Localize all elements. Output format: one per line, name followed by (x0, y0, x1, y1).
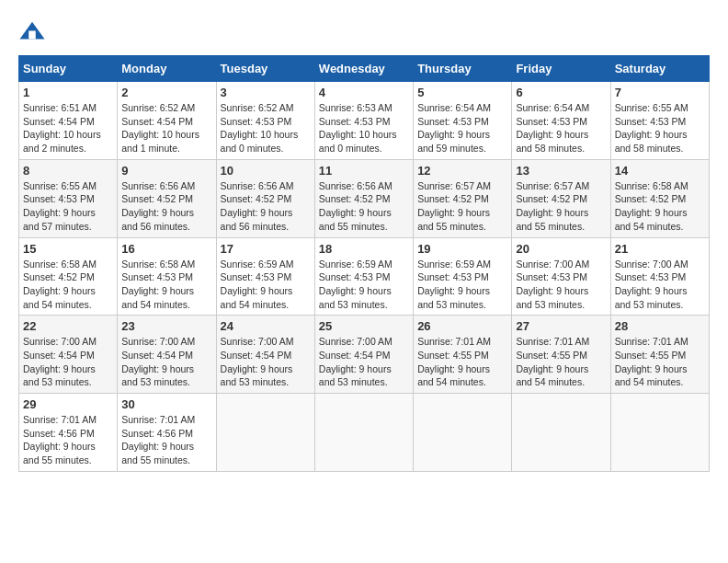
day-number: 13 (516, 164, 606, 178)
header-wednesday: Wednesday (314, 56, 413, 82)
day-info: Sunrise: 7:00 AM Sunset: 4:54 PM Dayligh… (319, 335, 409, 389)
day-number: 30 (121, 397, 211, 411)
header-monday: Monday (118, 56, 216, 82)
day-info: Sunrise: 7:00 AM Sunset: 4:54 PM Dayligh… (221, 335, 311, 389)
day-info: Sunrise: 6:51 AM Sunset: 4:54 PM Dayligh… (23, 101, 113, 155)
day-number: 7 (615, 86, 705, 99)
calendar-cell: 29 Sunrise: 7:01 AM Sunset: 4:56 PM Dayl… (19, 394, 118, 472)
calendar-cell: 26 Sunrise: 7:01 AM Sunset: 4:55 PM Dayl… (414, 316, 512, 394)
day-info: Sunrise: 6:57 AM Sunset: 4:52 PM Dayligh… (417, 179, 507, 234)
day-number: 11 (319, 164, 409, 178)
calendar-cell: 10 Sunrise: 6:56 AM Sunset: 4:52 PM Dayl… (216, 159, 314, 237)
calendar-cell: 7 Sunrise: 6:55 AM Sunset: 4:53 PM Dayli… (610, 82, 709, 160)
day-number: 29 (23, 397, 113, 411)
day-info: Sunrise: 7:01 AM Sunset: 4:56 PM Dayligh… (23, 413, 113, 467)
calendar-cell: 12 Sunrise: 6:57 AM Sunset: 4:52 PM Dayl… (414, 159, 512, 237)
calendar-cell: 6 Sunrise: 6:54 AM Sunset: 4:53 PM Dayli… (512, 82, 610, 160)
day-number: 27 (516, 319, 606, 333)
header-saturday: Saturday (610, 56, 709, 82)
day-info: Sunrise: 6:58 AM Sunset: 4:53 PM Dayligh… (121, 258, 211, 312)
day-number: 23 (121, 319, 211, 333)
day-info: Sunrise: 6:56 AM Sunset: 4:52 PM Dayligh… (221, 179, 311, 234)
calendar-cell: 5 Sunrise: 6:54 AM Sunset: 4:53 PM Dayli… (414, 82, 512, 160)
day-number: 28 (615, 319, 705, 333)
day-info: Sunrise: 6:59 AM Sunset: 4:53 PM Dayligh… (319, 258, 409, 312)
day-number: 25 (319, 319, 409, 333)
calendar-cell: 1 Sunrise: 6:51 AM Sunset: 4:54 PM Dayli… (19, 82, 118, 160)
day-number: 1 (23, 86, 113, 99)
day-number: 6 (516, 86, 606, 99)
day-info: Sunrise: 7:01 AM Sunset: 4:55 PM Dayligh… (417, 335, 507, 389)
day-number: 4 (319, 86, 409, 99)
calendar-cell: 11 Sunrise: 6:56 AM Sunset: 4:52 PM Dayl… (314, 159, 413, 237)
calendar-cell: 16 Sunrise: 6:58 AM Sunset: 4:53 PM Dayl… (118, 237, 216, 316)
calendar-week-row: 29 Sunrise: 7:01 AM Sunset: 4:56 PM Dayl… (19, 394, 710, 472)
logo (18, 18, 48, 46)
day-info: Sunrise: 6:58 AM Sunset: 4:52 PM Dayligh… (23, 258, 113, 312)
weekday-header-row: Sunday Monday Tuesday Wednesday Thursday… (19, 56, 710, 82)
day-number: 9 (121, 164, 211, 178)
day-number: 18 (319, 242, 409, 256)
calendar-cell: 2 Sunrise: 6:52 AM Sunset: 4:54 PM Dayli… (118, 82, 216, 160)
calendar-cell (314, 394, 413, 472)
day-number: 20 (516, 242, 606, 256)
day-number: 26 (417, 319, 507, 333)
calendar-cell: 23 Sunrise: 7:00 AM Sunset: 4:54 PM Dayl… (118, 316, 216, 394)
page-header (18, 18, 710, 46)
calendar-cell: 8 Sunrise: 6:55 AM Sunset: 4:53 PM Dayli… (19, 159, 118, 237)
calendar-cell (610, 394, 709, 472)
day-info: Sunrise: 6:55 AM Sunset: 4:53 PM Dayligh… (615, 101, 705, 155)
day-info: Sunrise: 6:58 AM Sunset: 4:52 PM Dayligh… (615, 179, 705, 234)
svg-rect-2 (28, 31, 36, 40)
calendar-cell: 3 Sunrise: 6:52 AM Sunset: 4:53 PM Dayli… (216, 82, 314, 160)
calendar-cell: 17 Sunrise: 6:59 AM Sunset: 4:53 PM Dayl… (216, 237, 314, 316)
day-info: Sunrise: 7:00 AM Sunset: 4:53 PM Dayligh… (615, 258, 705, 312)
day-info: Sunrise: 7:01 AM Sunset: 4:55 PM Dayligh… (516, 335, 606, 389)
day-info: Sunrise: 6:54 AM Sunset: 4:53 PM Dayligh… (417, 101, 507, 155)
calendar-cell: 22 Sunrise: 7:00 AM Sunset: 4:54 PM Dayl… (19, 316, 118, 394)
day-number: 10 (221, 164, 311, 178)
logo-icon (18, 18, 46, 46)
calendar-week-row: 1 Sunrise: 6:51 AM Sunset: 4:54 PM Dayli… (19, 82, 710, 160)
day-number: 12 (417, 164, 507, 178)
header-thursday: Thursday (414, 56, 512, 82)
calendar-cell: 14 Sunrise: 6:58 AM Sunset: 4:52 PM Dayl… (610, 159, 709, 237)
calendar-cell: 30 Sunrise: 7:01 AM Sunset: 4:56 PM Dayl… (118, 394, 216, 472)
day-info: Sunrise: 7:00 AM Sunset: 4:53 PM Dayligh… (516, 258, 606, 312)
day-info: Sunrise: 6:56 AM Sunset: 4:52 PM Dayligh… (121, 179, 211, 234)
day-info: Sunrise: 6:52 AM Sunset: 4:54 PM Dayligh… (121, 101, 211, 155)
day-info: Sunrise: 7:01 AM Sunset: 4:55 PM Dayligh… (615, 335, 705, 389)
day-info: Sunrise: 6:54 AM Sunset: 4:53 PM Dayligh… (516, 101, 606, 155)
day-number: 22 (23, 319, 113, 333)
day-number: 3 (221, 86, 311, 99)
header-sunday: Sunday (19, 56, 118, 82)
day-number: 14 (615, 164, 705, 178)
header-friday: Friday (512, 56, 610, 82)
calendar-table: Sunday Monday Tuesday Wednesday Thursday… (18, 55, 710, 472)
day-number: 19 (417, 242, 507, 256)
calendar-cell: 9 Sunrise: 6:56 AM Sunset: 4:52 PM Dayli… (118, 159, 216, 237)
day-info: Sunrise: 6:59 AM Sunset: 4:53 PM Dayligh… (221, 258, 311, 312)
day-info: Sunrise: 7:00 AM Sunset: 4:54 PM Dayligh… (23, 335, 113, 389)
calendar-cell (512, 394, 610, 472)
day-info: Sunrise: 6:56 AM Sunset: 4:52 PM Dayligh… (319, 179, 409, 234)
day-number: 15 (23, 242, 113, 256)
calendar-week-row: 22 Sunrise: 7:00 AM Sunset: 4:54 PM Dayl… (19, 316, 710, 394)
day-info: Sunrise: 6:55 AM Sunset: 4:53 PM Dayligh… (23, 179, 113, 234)
calendar-cell (414, 394, 512, 472)
calendar-cell: 19 Sunrise: 6:59 AM Sunset: 4:53 PM Dayl… (414, 237, 512, 316)
day-info: Sunrise: 6:59 AM Sunset: 4:53 PM Dayligh… (417, 258, 507, 312)
calendar-cell: 18 Sunrise: 6:59 AM Sunset: 4:53 PM Dayl… (314, 237, 413, 316)
day-number: 16 (121, 242, 211, 256)
day-number: 17 (221, 242, 311, 256)
calendar-week-row: 8 Sunrise: 6:55 AM Sunset: 4:53 PM Dayli… (19, 159, 710, 237)
calendar-cell: 28 Sunrise: 7:01 AM Sunset: 4:55 PM Dayl… (610, 316, 709, 394)
calendar-cell: 15 Sunrise: 6:58 AM Sunset: 4:52 PM Dayl… (19, 237, 118, 316)
calendar-cell: 27 Sunrise: 7:01 AM Sunset: 4:55 PM Dayl… (512, 316, 610, 394)
day-number: 21 (615, 242, 705, 256)
day-number: 5 (417, 86, 507, 99)
calendar-cell: 4 Sunrise: 6:53 AM Sunset: 4:53 PM Dayli… (314, 82, 413, 160)
calendar-cell: 13 Sunrise: 6:57 AM Sunset: 4:52 PM Dayl… (512, 159, 610, 237)
calendar-cell: 25 Sunrise: 7:00 AM Sunset: 4:54 PM Dayl… (314, 316, 413, 394)
day-info: Sunrise: 6:53 AM Sunset: 4:53 PM Dayligh… (319, 101, 409, 155)
